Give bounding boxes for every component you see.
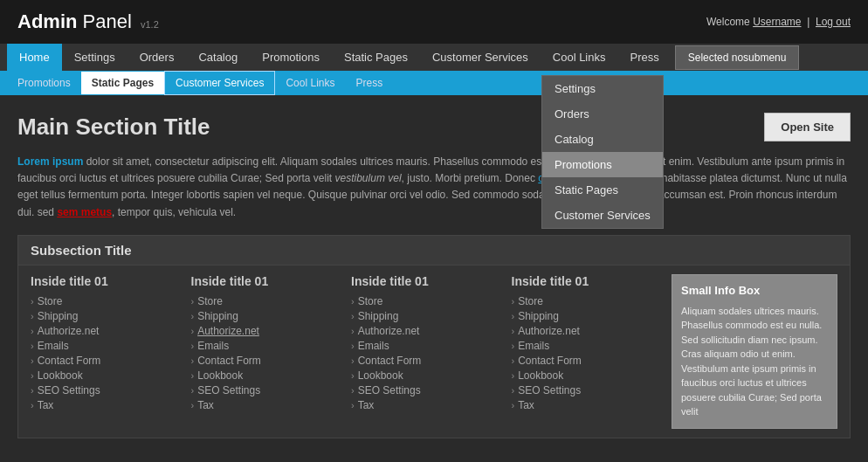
body-text: Lorem ipsum dolor sit amet, consectetur …: [17, 154, 851, 221]
nav-item-static-pages[interactable]: Static Pages: [332, 44, 420, 71]
nav-item-customer-services[interactable]: Customer Serviсes: [420, 44, 541, 71]
lorem-ipsum: Lorem ipsum: [17, 155, 83, 168]
link-contact-3[interactable]: Contact Form: [358, 355, 422, 367]
grid-col-3: Inside title 01 ›Store ›Shipping ›Author…: [351, 274, 512, 429]
link-lookbook-2[interactable]: Lookbook: [197, 369, 243, 382]
list-item: ›SEO Settings: [512, 384, 672, 396]
link-emails-1[interactable]: Emails: [38, 340, 69, 352]
sem-metus-link[interactable]: sem metus: [57, 206, 112, 218]
link-store-3[interactable]: Store: [358, 295, 383, 307]
link-contact-1[interactable]: Contact Form: [38, 355, 101, 367]
sub-nav-static-pages[interactable]: Static Pages: [81, 72, 164, 94]
arrow-icon: ›: [351, 311, 355, 321]
link-lookbook-3[interactable]: Lookbook: [358, 369, 403, 382]
arrow-icon: ›: [512, 370, 515, 381]
arrow-icon: ›: [512, 355, 515, 366]
arrow-icon: ›: [31, 296, 34, 307]
link-shipping-4[interactable]: Shipping: [518, 310, 559, 322]
link-tax-4[interactable]: Tax: [518, 399, 534, 411]
dropdown-customer-services[interactable]: Customer Serviсes: [542, 203, 663, 228]
link-list-1: ›Store ›Shipping ›Authorize.net ›Emails …: [31, 295, 191, 411]
sub-nav-promotions[interactable]: Promotions: [7, 72, 81, 94]
link-authorize-2[interactable]: Authorize.net: [197, 325, 259, 337]
link-shipping-2[interactable]: Shipping: [197, 310, 238, 322]
username-link[interactable]: Username: [753, 16, 801, 28]
nav-item-promotions[interactable]: Promotions: [250, 44, 332, 71]
list-item: ›Authorize.net: [31, 325, 191, 337]
subsection-title: Subsection Title: [18, 236, 850, 265]
arrow-icon: ›: [31, 341, 34, 351]
dropdown-catalog[interactable]: Catalog: [542, 127, 663, 152]
link-store-2[interactable]: Store: [197, 295, 223, 307]
sub-nav-customer-services[interactable]: Customer Serviсes: [164, 71, 275, 95]
link-lookbook-4[interactable]: Lookbook: [518, 369, 563, 382]
arrow-icon: ›: [31, 355, 34, 366]
logout-link[interactable]: Log out: [816, 16, 851, 28]
list-item: ›Emails: [31, 340, 191, 352]
link-tax-2[interactable]: Tax: [197, 399, 214, 411]
arrow-icon: ›: [191, 400, 195, 410]
list-item: ›Lookbook: [191, 369, 352, 382]
link-authorize-1[interactable]: Authorize.net: [38, 325, 100, 337]
link-emails-2[interactable]: Emails: [197, 340, 229, 352]
header: Admin Panel v1.2 Welcome Username | Log …: [0, 0, 868, 44]
link-lookbook-1[interactable]: Lookbook: [38, 369, 83, 382]
link-contact-4[interactable]: Contact Form: [518, 355, 582, 367]
sub-nav-cool-links[interactable]: Cool Links: [275, 72, 345, 94]
link-seo-2[interactable]: SEO Settings: [197, 384, 260, 396]
dropdown-settings[interactable]: Settings: [542, 76, 663, 101]
nav-item-cool-links[interactable]: Cool Links: [541, 44, 618, 71]
link-seo-3[interactable]: SEO Settings: [358, 384, 421, 396]
content: Main Section Title Open Site Lorem ipsum…: [0, 95, 868, 447]
link-tax-1[interactable]: Tax: [38, 399, 54, 411]
link-seo-4[interactable]: SEO Settings: [518, 384, 581, 396]
dropdown-orders[interactable]: Orders: [542, 101, 663, 127]
link-list-3: ›Store ›Shipping ›Authorize.net ›Emails …: [351, 295, 512, 411]
list-item: ›Authorize.net: [351, 325, 512, 337]
link-shipping-1[interactable]: Shipping: [38, 310, 79, 322]
nav-item-catalog[interactable]: Catalog: [186, 44, 250, 71]
inside-title-3: Inside title 01: [351, 274, 512, 288]
subsection: Subsection Title Inside title 01 ›Store …: [17, 235, 851, 438]
link-store-4[interactable]: Store: [518, 295, 543, 307]
list-item: ›Emails: [512, 340, 672, 352]
link-emails-3[interactable]: Emails: [358, 340, 389, 352]
link-authorize-3[interactable]: Authorize.net: [358, 325, 420, 337]
link-authorize-4[interactable]: Authorize.net: [518, 325, 580, 337]
sub-nav-press[interactable]: Press: [345, 72, 393, 94]
logo-version: v1.2: [141, 19, 159, 30]
nav-item-home[interactable]: Home: [7, 44, 62, 71]
arrow-icon: ›: [191, 296, 195, 307]
list-item: ›Lookbook: [512, 369, 672, 382]
list-item: ›Authorize.net: [191, 325, 352, 337]
nav-item-press[interactable]: Press: [617, 44, 671, 71]
link-store-1[interactable]: Store: [38, 295, 63, 307]
list-item: ›SEO Settings: [191, 384, 352, 396]
arrow-icon: ›: [191, 355, 195, 366]
list-item: ›SEO Settings: [31, 384, 191, 396]
link-seo-1[interactable]: SEO Settings: [38, 384, 100, 396]
arrow-icon: ›: [191, 311, 195, 321]
arrow-icon: ›: [512, 296, 515, 307]
list-item: ›Contact Form: [351, 355, 512, 367]
logo: Admin Panel v1.2: [17, 10, 159, 33]
arrow-icon: ›: [351, 341, 355, 351]
arrow-icon: ›: [31, 370, 34, 381]
arrow-icon: ›: [31, 385, 34, 396]
link-contact-2[interactable]: Contact Form: [197, 355, 261, 367]
list-item: ›Tax: [351, 399, 512, 411]
nav-item-orders[interactable]: Orders: [127, 44, 187, 71]
inside-title-2: Inside title 01: [191, 274, 352, 288]
dropdown-promotions[interactable]: Promotions: [542, 152, 663, 177]
nav-item-settings[interactable]: Settings: [62, 44, 127, 71]
link-tax-3[interactable]: Tax: [358, 399, 375, 411]
content-header: Main Section Title Open Site: [17, 113, 851, 141]
open-site-button[interactable]: Open Site: [764, 113, 851, 141]
dropdown-static-pages[interactable]: Static Pages: [542, 177, 663, 203]
arrow-icon: ›: [512, 311, 515, 321]
arrow-icon: ›: [31, 311, 34, 321]
list-item: ›Contact Form: [512, 355, 672, 367]
link-shipping-3[interactable]: Shipping: [358, 310, 399, 322]
link-emails-4[interactable]: Emails: [518, 340, 549, 352]
selected-nosubmenu-button[interactable]: Selected nosubmenu: [675, 45, 800, 70]
